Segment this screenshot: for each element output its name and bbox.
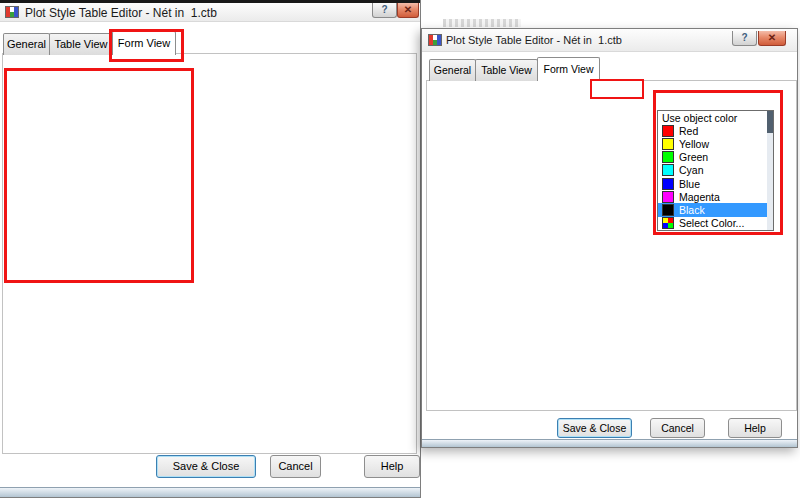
tab-form-view[interactable]: Form View xyxy=(112,31,176,55)
save-and-close-button[interactable]: Save & Close xyxy=(557,418,632,438)
close-glyph: ✕ xyxy=(768,32,776,43)
screenshot-canvas: { "colors": { "selection": "#3399FF", "a… xyxy=(0,0,800,500)
dropdown-item-label: Yellow xyxy=(679,138,709,150)
dropdown-item-label: Blue xyxy=(679,178,700,190)
scrollbar-thumb[interactable] xyxy=(767,111,773,133)
dropdown-item[interactable]: Green xyxy=(658,151,773,164)
window-title: Plot Style Table Editor - Nét in 1.ctb xyxy=(25,7,217,20)
dropdown-scrollbar[interactable] xyxy=(767,111,773,230)
cancel-button[interactable]: Cancel xyxy=(650,418,705,438)
color-swatch xyxy=(662,164,674,176)
tab-general[interactable]: General xyxy=(3,33,50,55)
app-icon xyxy=(5,6,19,18)
close-glyph: ✕ xyxy=(404,4,412,15)
app-icon xyxy=(428,34,442,46)
dropdown-item-label: Cyan xyxy=(679,164,704,176)
help-icon[interactable]: ? xyxy=(732,31,757,46)
dropdown-item[interactable]: Black xyxy=(658,203,773,216)
color-swatch xyxy=(662,204,674,216)
color-swatch xyxy=(662,151,674,163)
help-button[interactable]: Help xyxy=(364,455,420,478)
dropdown-item-label: Green xyxy=(679,151,708,163)
dropdown-item-label: Red xyxy=(679,125,698,137)
dropdown-item-label: Select Color... xyxy=(679,217,744,229)
color-swatch xyxy=(662,125,674,137)
dropdown-item[interactable]: Use object color xyxy=(658,111,773,124)
plot-style-table-editor-dialog-left: Plot Style Table Editor - Nét in 1.ctb ?… xyxy=(0,0,421,498)
dropdown-item-label: Black xyxy=(679,204,705,216)
window-bottom-border xyxy=(422,439,797,447)
color-swatch xyxy=(662,191,674,203)
dropdown-item[interactable]: Magenta xyxy=(658,190,773,203)
plot-style-table-editor-dialog-right: Plot Style Table Editor - Nét in 1.ctb ?… xyxy=(421,28,798,448)
close-icon[interactable]: ✕ xyxy=(397,3,419,18)
help-glyph: ? xyxy=(381,4,387,15)
color-swatch xyxy=(662,217,674,229)
help-button[interactable]: Help xyxy=(728,418,782,438)
dropdown-item[interactable]: Cyan xyxy=(658,164,773,177)
help-icon[interactable]: ? xyxy=(372,3,397,18)
cancel-button[interactable]: Cancel xyxy=(270,455,321,478)
window-title: Plot Style Table Editor - Nét in 1.ctb xyxy=(446,34,622,47)
tab-table-view[interactable]: Table View xyxy=(475,59,538,81)
help-glyph: ? xyxy=(741,32,747,43)
dropdown-item[interactable]: Select Color... xyxy=(658,217,773,230)
close-icon[interactable]: ✕ xyxy=(758,31,786,46)
dropdown-item[interactable]: Red xyxy=(658,124,773,137)
color-swatch xyxy=(662,138,674,150)
window-bottom-border xyxy=(0,487,420,497)
tab-table-view[interactable]: Table View xyxy=(49,33,113,55)
background-artifact xyxy=(443,19,521,27)
tab-general[interactable]: General xyxy=(429,59,476,81)
dropdown-item[interactable]: Yellow xyxy=(658,137,773,150)
dropdown-item-label: Use object color xyxy=(662,112,737,124)
save-and-close-button[interactable]: Save & Close xyxy=(156,455,256,478)
dropdown-item-label: Magenta xyxy=(679,191,720,203)
color-swatch xyxy=(662,178,674,190)
form-view-tab-page xyxy=(2,53,417,454)
tab-form-view[interactable]: Form View xyxy=(537,57,600,81)
title-bar[interactable]: Plot Style Table Editor - Nét in 1.ctb xyxy=(0,3,420,22)
color-dropdown-list[interactable]: Use object color Red Yellow Green Cyan xyxy=(657,110,774,231)
dropdown-item[interactable]: Blue xyxy=(658,177,773,190)
